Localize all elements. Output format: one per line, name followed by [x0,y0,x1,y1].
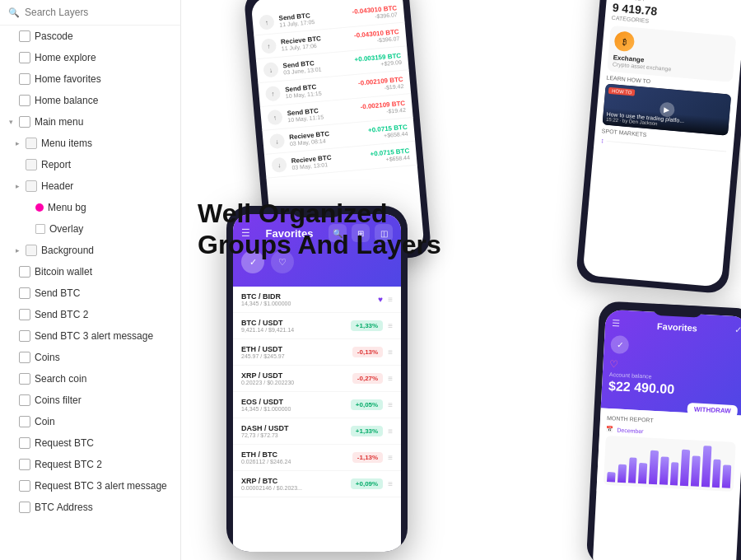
chart-bar [669,462,678,486]
sidebar-item-pascode[interactable]: Pascode [0,26,180,47]
coin-pair: DASH / USDT [241,424,351,432]
coin-sub: 14,345 / $1.000000 [241,301,378,306]
coin-menu-icon[interactable]: ≡ [388,374,393,383]
favorites-coin-row[interactable]: ETH / BTC 0.026112 / $246.24 -1,13% ≡ [233,445,401,471]
screen-icon [19,95,30,106]
sidebar-item-search-coin[interactable]: Search coin [0,368,180,390]
wallet-chart [604,436,736,492]
tx-info: Send BTC 11 July, 17:05 [278,8,347,27]
screen-icon [19,416,30,427]
sidebar-item-coin[interactable]: Coin [0,411,180,432]
favorites-coin-row[interactable]: BTC / BIDR 14,345 / $1.000000 ♥ ≡ [233,287,401,313]
search-bar[interactable]: 🔍 [0,0,180,26]
headline-line1: Well Organized [198,198,441,229]
tx-amount: +0.003159 BTC +$29.09 [354,52,402,69]
screen-icon [19,352,30,363]
sidebar-item-request-btc[interactable]: Request BTC [0,432,180,454]
coin-sub: 245.97 / $245.97 [241,353,352,359]
folder-icon [26,138,37,149]
coin-sub: 0.20223 / $0.202230 [241,380,352,385]
sidebar-item-header[interactable]: ▸Header [0,175,180,197]
tx-info: Send BTC 10 May, 11:15 [287,104,356,123]
sidebar-item-request-btc-2[interactable]: Request BTC 2 [0,454,180,475]
sidebar-item-label: Home favorites [35,73,101,85]
headline-line2: Groups And Layers [198,229,441,260]
sidebar-item-request-btc-3[interactable]: Request BTC 3 alert message [0,475,180,497]
sidebar-item-coins[interactable]: Coins [0,347,180,368]
sidebar-item-btc-address[interactable]: BTC Address [0,497,180,518]
sidebar-item-report[interactable]: Report [0,154,180,175]
sidebar-item-overlay[interactable]: Overlay [0,218,180,240]
coin-sub: 9,421.14 / $9,421.14 [241,327,351,333]
exchange-card: ₿ Exchange Crypto asset exchange [607,26,736,82]
favorites-coin-row[interactable]: XRP / BTC 0.00002146 / $0.2023... +0,09%… [233,471,401,497]
coin-menu-icon[interactable]: ≡ [388,453,393,462]
tx-icon: ↓ [269,133,286,150]
coin-menu-icon[interactable]: ≡ [388,321,393,330]
chevron-icon: ▾ [7,118,15,126]
coin-pair: BTC / USDT [241,319,351,327]
withdraw-button[interactable]: WITHDRAW [687,403,738,418]
coin-menu-icon[interactable]: ≡ [388,348,393,357]
sidebar-item-main-menu[interactable]: ▾Main menu [0,111,180,133]
chart-bar [659,456,669,485]
headline: Well Organized Groups And Layers [198,198,441,261]
sidebar-item-send-btc[interactable]: Send BTC [0,282,180,304]
sidebar-item-label: Request BTC 3 alert message [35,480,167,492]
coin-pair: BTC / BIDR [241,292,378,301]
coin-menu-icon[interactable]: ≡ [388,427,393,436]
favorites-coin-row[interactable]: ETH / USDT 245.97 / $245.97 -0,13% ≡ [233,339,401,366]
coin-sub: 72,73 / $72.73 [241,432,351,438]
sidebar-item-label: Menu items [41,138,92,149]
wallet-header: ☰ Favorites ✓ ✓ ♡ Account balance $22 49… [601,310,741,416]
sidebar-item-home-balance[interactable]: Home balance [0,90,180,111]
chevron-icon: ▸ [13,182,21,190]
sidebar-item-send-btc-3[interactable]: Send BTC 3 alert message [0,325,180,347]
rect-pink-icon [35,203,44,212]
screen-icon [19,73,30,85]
fav-heart-icon: ♥ [378,295,383,304]
wallet-check-icon: ✓ [734,324,741,335]
sidebar-item-label: Menu bg [48,202,86,213]
favorites-coin-row[interactable]: XRP / USDT 0.20223 / $0.202230 -0,27% ≡ [233,366,401,392]
tx-amount: +0.0715 BTC +$658.44 [368,124,408,140]
wallet-menu-icon[interactable]: ☰ [612,318,621,329]
coin-menu-icon[interactable]: ≡ [388,400,393,409]
favorites-coin-row[interactable]: EOS / USDT 14,345 / $1.000000 +0,05% ≡ [233,392,401,418]
heart-icon: ♡ [609,358,619,371]
search-input[interactable] [25,7,172,18]
search-icon: 🔍 [8,7,20,18]
phone-categories: BTC / USDT 9 419.78 CATEGORIES ₿ Exchang… [576,0,741,294]
coin-info: ETH / USDT 245.97 / $245.97 [241,345,352,359]
sidebar-item-menu-bg[interactable]: Menu bg [0,197,180,218]
coin-menu-icon[interactable]: ≡ [388,295,393,304]
tx-icon: ↑ [261,38,277,54]
wallet-report-section: MONTH REPORT 📅 December [596,408,741,498]
sidebar-item-coins-filter[interactable]: Coins filter [0,390,180,411]
screen-icon [19,30,30,42]
sidebar-item-home-explore[interactable]: Home explore [0,47,180,68]
coin-pair: XRP / USDT [241,371,352,380]
coin-menu-icon[interactable]: ≡ [388,479,393,488]
tx-icon: ↓ [271,157,287,174]
chart-bar [701,446,711,487]
favorites-coin-row[interactable]: DASH / USDT 72,73 / $72.73 +1,33% ≡ [233,418,401,445]
chart-bar [638,463,647,483]
sidebar-item-menu-items[interactable]: ▸Menu items [0,133,180,154]
sidebar-item-label: Pascode [35,30,73,42]
screen-icon [19,266,30,278]
sidebar-item-send-btc-2[interactable]: Send BTC 2 [0,304,180,325]
screen-icon [19,373,30,385]
tx-icon: ↑ [259,14,275,30]
coin-badge: +1,33% [351,426,383,436]
chart-bar [649,450,659,484]
sidebar-item-bitcoin-wallet[interactable]: Bitcoin wallet [0,261,180,282]
coin-sub: 0.026112 / $246.24 [241,459,352,464]
sidebar-item-label: Header [41,180,73,192]
sidebar-item-home-favorites[interactable]: Home favorites [0,68,180,90]
sidebar-item-background[interactable]: ▸Background [0,240,180,261]
screen-icon [19,394,30,406]
folder-icon [26,245,37,256]
favorites-coin-row[interactable]: BTC / USDT 9,421.14 / $9,421.14 +1,33% ≡ [233,313,401,339]
tx-icon: ↑ [265,86,282,102]
